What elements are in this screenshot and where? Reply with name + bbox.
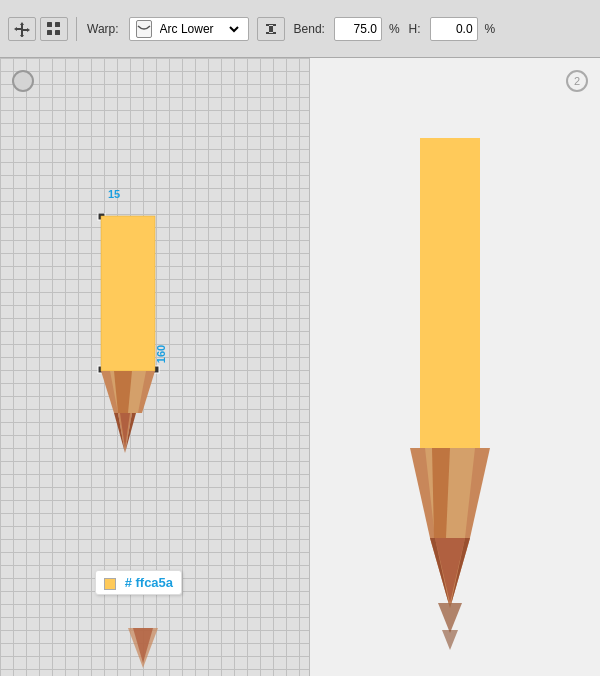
corner-indicator-1 [12,70,34,92]
main-area: 15 160 [0,58,600,676]
selection-tools [8,17,77,41]
svg-rect-3 [55,30,60,35]
toolbar: Warp: Arc Lower Bend: % H: % [0,0,600,58]
bend-label: Bend: [294,22,325,36]
h-label: H: [409,22,421,36]
warp-label: Warp: [87,22,119,36]
corner-indicator-2-label: 2 [574,75,580,87]
warp-select[interactable]: Arc Lower [129,17,249,41]
left-panel: 15 160 [0,58,310,676]
warp-icon [136,20,152,38]
dim-top-label: 15 [108,188,120,200]
grid-tool-button[interactable] [40,17,68,41]
bend-input[interactable] [334,17,382,41]
svg-marker-28 [442,630,458,650]
move-tool-button[interactable] [8,17,36,41]
svg-rect-0 [47,22,52,27]
shape-left [90,213,160,616]
corner-indicator-2: 2 [566,70,588,92]
bend-pct: % [389,22,400,36]
h-pct: % [485,22,496,36]
svg-rect-1 [55,22,60,27]
right-panel: 2 [310,58,600,676]
orientation-button[interactable] [257,17,285,41]
color-hash: # [125,575,132,590]
color-label: # ffca5a [95,570,182,595]
bottom-pointer [128,628,158,671]
preview-shape [370,138,530,661]
warp-dropdown[interactable]: Arc Lower [156,21,242,37]
svg-marker-27 [438,603,462,633]
svg-rect-2 [47,30,52,35]
h-input[interactable] [430,17,478,41]
svg-rect-9 [101,216,155,371]
svg-rect-19 [420,138,480,448]
color-value: ffca5a [135,575,173,590]
